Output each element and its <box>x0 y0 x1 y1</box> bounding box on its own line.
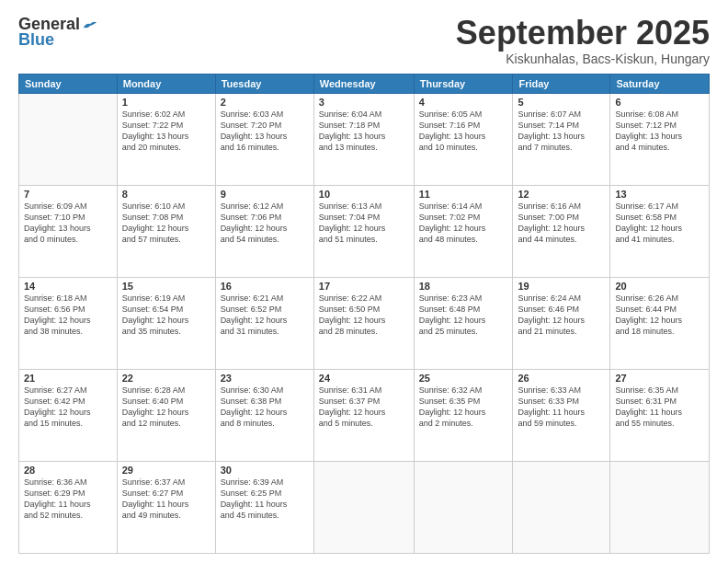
day-number: 8 <box>122 189 210 200</box>
day-info: Sunrise: 6:33 AMSunset: 6:33 PMDaylight:… <box>518 385 605 430</box>
day-info: Sunrise: 6:13 AMSunset: 7:04 PMDaylight:… <box>319 201 409 246</box>
calendar-cell: 16Sunrise: 6:21 AMSunset: 6:52 PMDayligh… <box>215 277 313 369</box>
calendar-cell: 9Sunrise: 6:12 AMSunset: 7:06 PMDaylight… <box>215 185 313 277</box>
day-info: Sunrise: 6:22 AMSunset: 6:50 PMDaylight:… <box>319 293 409 338</box>
day-number: 9 <box>221 189 309 200</box>
day-number: 30 <box>221 465 309 476</box>
calendar-cell: 8Sunrise: 6:10 AMSunset: 7:08 PMDaylight… <box>117 185 215 277</box>
title-block: September 2025 Kiskunhalas, Bacs-Kiskun,… <box>456 15 710 66</box>
calendar-cell: 14Sunrise: 6:18 AMSunset: 6:56 PMDayligh… <box>19 277 118 369</box>
logo: General Blue <box>18 15 98 50</box>
day-number: 7 <box>24 189 112 200</box>
calendar-header-row: Sunday Monday Tuesday Wednesday Thursday… <box>19 74 710 93</box>
calendar-cell: 29Sunrise: 6:37 AMSunset: 6:27 PMDayligh… <box>117 461 215 553</box>
calendar-cell <box>610 461 710 553</box>
day-info: Sunrise: 6:09 AMSunset: 7:10 PMDaylight:… <box>24 201 112 246</box>
calendar-cell: 5Sunrise: 6:07 AMSunset: 7:14 PMDaylight… <box>513 93 610 185</box>
day-number: 26 <box>518 373 605 384</box>
calendar-cell: 6Sunrise: 6:08 AMSunset: 7:12 PMDaylight… <box>610 93 710 185</box>
day-number: 18 <box>419 281 508 292</box>
calendar-cell: 27Sunrise: 6:35 AMSunset: 6:31 PMDayligh… <box>610 369 710 461</box>
day-number: 29 <box>122 465 210 476</box>
day-info: Sunrise: 6:05 AMSunset: 7:16 PMDaylight:… <box>419 109 508 154</box>
col-thursday: Thursday <box>414 74 513 93</box>
day-number: 28 <box>24 465 112 476</box>
day-info: Sunrise: 6:26 AMSunset: 6:44 PMDaylight:… <box>615 293 704 338</box>
day-number: 15 <box>122 281 210 292</box>
day-info: Sunrise: 6:24 AMSunset: 6:46 PMDaylight:… <box>518 293 605 338</box>
day-info: Sunrise: 6:16 AMSunset: 7:00 PMDaylight:… <box>518 201 605 246</box>
calendar-cell <box>19 93 118 185</box>
calendar-week-row: 21Sunrise: 6:27 AMSunset: 6:42 PMDayligh… <box>19 369 710 461</box>
day-info: Sunrise: 6:23 AMSunset: 6:48 PMDaylight:… <box>419 293 508 338</box>
day-number: 23 <box>221 373 309 384</box>
day-number: 27 <box>615 373 704 384</box>
day-number: 17 <box>319 281 409 292</box>
location: Kiskunhalas, Bacs-Kiskun, Hungary <box>456 52 710 66</box>
day-info: Sunrise: 6:35 AMSunset: 6:31 PMDaylight:… <box>615 385 704 430</box>
day-info: Sunrise: 6:30 AMSunset: 6:38 PMDaylight:… <box>221 385 309 430</box>
col-saturday: Saturday <box>610 74 710 93</box>
day-number: 5 <box>518 97 605 108</box>
day-info: Sunrise: 6:31 AMSunset: 6:37 PMDaylight:… <box>319 385 409 430</box>
calendar-cell <box>513 461 610 553</box>
day-info: Sunrise: 6:37 AMSunset: 6:27 PMDaylight:… <box>122 477 210 522</box>
day-info: Sunrise: 6:04 AMSunset: 7:18 PMDaylight:… <box>319 109 409 154</box>
day-number: 14 <box>24 281 112 292</box>
calendar-week-row: 7Sunrise: 6:09 AMSunset: 7:10 PMDaylight… <box>19 185 710 277</box>
calendar-cell: 2Sunrise: 6:03 AMSunset: 7:20 PMDaylight… <box>215 93 313 185</box>
day-info: Sunrise: 6:03 AMSunset: 7:20 PMDaylight:… <box>221 109 309 154</box>
calendar-cell: 22Sunrise: 6:28 AMSunset: 6:40 PMDayligh… <box>117 369 215 461</box>
calendar-cell: 11Sunrise: 6:14 AMSunset: 7:02 PMDayligh… <box>414 185 513 277</box>
day-info: Sunrise: 6:17 AMSunset: 6:58 PMDaylight:… <box>615 201 704 246</box>
calendar-week-row: 1Sunrise: 6:02 AMSunset: 7:22 PMDaylight… <box>19 93 710 185</box>
month-title: September 2025 <box>456 15 710 52</box>
day-info: Sunrise: 6:27 AMSunset: 6:42 PMDaylight:… <box>24 385 112 430</box>
calendar-cell: 18Sunrise: 6:23 AMSunset: 6:48 PMDayligh… <box>414 277 513 369</box>
calendar-cell: 20Sunrise: 6:26 AMSunset: 6:44 PMDayligh… <box>610 277 710 369</box>
calendar-cell: 26Sunrise: 6:33 AMSunset: 6:33 PMDayligh… <box>513 369 610 461</box>
day-info: Sunrise: 6:08 AMSunset: 7:12 PMDaylight:… <box>615 109 704 154</box>
calendar-cell: 23Sunrise: 6:30 AMSunset: 6:38 PMDayligh… <box>215 369 313 461</box>
calendar-cell: 12Sunrise: 6:16 AMSunset: 7:00 PMDayligh… <box>513 185 610 277</box>
day-number: 12 <box>518 189 605 200</box>
calendar-cell: 21Sunrise: 6:27 AMSunset: 6:42 PMDayligh… <box>19 369 118 461</box>
calendar-cell: 7Sunrise: 6:09 AMSunset: 7:10 PMDaylight… <box>19 185 118 277</box>
col-friday: Friday <box>513 74 610 93</box>
page-header: General Blue September 2025 Kiskunhalas,… <box>18 15 710 66</box>
day-number: 16 <box>221 281 309 292</box>
day-number: 6 <box>615 97 704 108</box>
calendar-cell: 30Sunrise: 6:39 AMSunset: 6:25 PMDayligh… <box>215 461 313 553</box>
day-info: Sunrise: 6:07 AMSunset: 7:14 PMDaylight:… <box>518 109 605 154</box>
calendar-cell: 13Sunrise: 6:17 AMSunset: 6:58 PMDayligh… <box>610 185 710 277</box>
calendar-cell: 3Sunrise: 6:04 AMSunset: 7:18 PMDaylight… <box>313 93 414 185</box>
day-number: 4 <box>419 97 508 108</box>
calendar-body: 1Sunrise: 6:02 AMSunset: 7:22 PMDaylight… <box>19 93 710 553</box>
day-info: Sunrise: 6:18 AMSunset: 6:56 PMDaylight:… <box>24 293 112 338</box>
day-info: Sunrise: 6:39 AMSunset: 6:25 PMDaylight:… <box>221 477 309 522</box>
col-monday: Monday <box>117 74 215 93</box>
calendar-week-row: 28Sunrise: 6:36 AMSunset: 6:29 PMDayligh… <box>19 461 710 553</box>
day-info: Sunrise: 6:32 AMSunset: 6:35 PMDaylight:… <box>419 385 508 430</box>
day-number: 20 <box>615 281 704 292</box>
day-number: 13 <box>615 189 704 200</box>
col-wednesday: Wednesday <box>313 74 414 93</box>
calendar-cell: 17Sunrise: 6:22 AMSunset: 6:50 PMDayligh… <box>313 277 414 369</box>
calendar-cell <box>313 461 414 553</box>
col-sunday: Sunday <box>19 74 118 93</box>
day-info: Sunrise: 6:21 AMSunset: 6:52 PMDaylight:… <box>221 293 309 338</box>
calendar-cell: 25Sunrise: 6:32 AMSunset: 6:35 PMDayligh… <box>414 369 513 461</box>
day-number: 3 <box>319 97 409 108</box>
day-info: Sunrise: 6:14 AMSunset: 7:02 PMDaylight:… <box>419 201 508 246</box>
col-tuesday: Tuesday <box>215 74 313 93</box>
day-number: 24 <box>319 373 409 384</box>
calendar-cell: 19Sunrise: 6:24 AMSunset: 6:46 PMDayligh… <box>513 277 610 369</box>
calendar-week-row: 14Sunrise: 6:18 AMSunset: 6:56 PMDayligh… <box>19 277 710 369</box>
day-number: 11 <box>419 189 508 200</box>
calendar-table: Sunday Monday Tuesday Wednesday Thursday… <box>18 74 710 554</box>
day-info: Sunrise: 6:28 AMSunset: 6:40 PMDaylight:… <box>122 385 210 430</box>
logo-blue: Blue <box>18 30 54 50</box>
day-number: 22 <box>122 373 210 384</box>
logo-bird-icon <box>82 18 98 31</box>
calendar-cell: 15Sunrise: 6:19 AMSunset: 6:54 PMDayligh… <box>117 277 215 369</box>
